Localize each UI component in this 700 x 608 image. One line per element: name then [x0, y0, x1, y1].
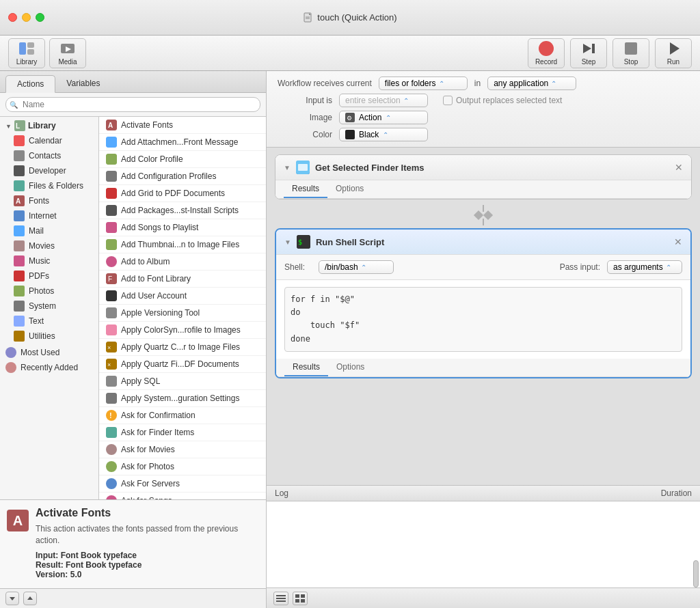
media-button[interactable]: Media [49, 38, 86, 68]
action-ask-photos[interactable]: Ask for Photos [99, 458, 266, 475]
input-is-select[interactable]: entire selection ⌃ [339, 94, 428, 107]
action-ask-servers[interactable]: Ask For Servers [99, 475, 266, 493]
run-button[interactable]: Run [655, 38, 692, 68]
get-finder-tab-results[interactable]: Results [284, 180, 327, 198]
apply-sql-icon [106, 376, 117, 387]
tab-variables[interactable]: Variables [55, 75, 111, 92]
action-add-packages[interactable]: Add Packages...st-Install Scripts [99, 202, 266, 219]
pass-input-select[interactable]: as arguments ⌃ [607, 260, 682, 274]
sidebar-item-movies[interactable]: Movies [0, 238, 98, 253]
add-thumbnail-icon [106, 239, 117, 250]
sidebar-item-developer[interactable]: Developer [0, 163, 98, 178]
shell-select[interactable]: /bin/bash ⌃ [319, 260, 394, 274]
stop-button[interactable]: Stop [612, 38, 649, 68]
add-songs-icon [106, 222, 117, 233]
get-finder-collapse-arrow[interactable]: ▼ [284, 164, 291, 171]
activate-fonts-list-icon: A [106, 120, 117, 130]
color-select-chevron: ⌃ [383, 131, 388, 139]
delete-action-button[interactable] [23, 592, 37, 605]
run-shell-title: Run Shell Script [316, 237, 669, 247]
add-action-button[interactable] [5, 592, 19, 605]
action-info-panel: A Activate Fonts This action activates t… [0, 499, 266, 588]
run-shell-close-button[interactable]: ✕ [674, 236, 682, 247]
action-add-attachment[interactable]: Add Attachmen...Front Message [99, 134, 266, 151]
image-select[interactable]: ⚙ Action ⌃ [339, 111, 428, 124]
action-apply-quartz-pdf[interactable]: × Apply Quartz Fi...DF Documents [99, 356, 266, 373]
svg-rect-81 [301, 594, 305, 598]
run-shell-tabs: Results Options [276, 359, 690, 377]
svg-rect-25 [14, 316, 25, 327]
svg-rect-14 [14, 165, 25, 176]
svg-rect-49 [106, 393, 117, 404]
get-finder-close-button[interactable]: ✕ [675, 162, 683, 173]
title-bar: touch (Quick Action) [0, 0, 700, 36]
library-header[interactable]: L Library [0, 118, 98, 133]
svg-rect-37 [106, 239, 117, 250]
toolbar: Library Media Record Step Stop [0, 36, 700, 71]
action-add-color[interactable]: Add Color Profile [99, 151, 266, 168]
action-add-font-lib[interactable]: F Add to Font Library [99, 271, 266, 288]
maximize-button[interactable] [36, 13, 44, 22]
svg-rect-53 [106, 444, 117, 455]
record-button[interactable]: Record [528, 38, 565, 68]
tab-actions[interactable]: Actions [5, 75, 55, 93]
action-add-user[interactable]: Add User Account [99, 288, 266, 305]
action-ask-songs[interactable]: Ask for Songs [99, 493, 266, 499]
action-ask-confirmation[interactable]: ! Ask for Confirmation [99, 407, 266, 424]
action-ask-finder[interactable]: Ask for Finder Items [99, 424, 266, 441]
action-apply-quartz-img[interactable]: × Apply Quartz C...r to Image Files [99, 339, 266, 356]
any-application-select[interactable]: any application ⌃ [487, 77, 576, 90]
output-replaces-checkbox[interactable] [443, 96, 453, 105]
workflow-header: Workflow receives current files or folde… [267, 71, 700, 148]
sidebar-item-pdfs[interactable]: PDFs [0, 268, 98, 284]
sidebar-item-mail[interactable]: Mail [0, 223, 98, 238]
sidebar-item-utilities[interactable]: Utilities [0, 329, 98, 344]
list-view-button[interactable] [273, 592, 288, 605]
code-editor[interactable]: for f in "$@" do touch "$f" done [284, 287, 682, 352]
svg-marker-70 [27, 596, 33, 600]
files-or-folders-select[interactable]: files or folders ⌃ [379, 77, 468, 90]
run-shell-card-icon: $ [297, 235, 310, 249]
color-select[interactable]: Black ⌃ [339, 128, 428, 141]
svg-text:!: ! [109, 411, 112, 419]
sidebar-item-text[interactable]: Text [0, 314, 98, 329]
action-add-grid[interactable]: Add Grid to PDF Documents [99, 185, 266, 202]
action-apple-versioning[interactable]: Apple Versioning Tool [99, 305, 266, 322]
close-button[interactable] [8, 13, 17, 22]
svg-rect-31 [106, 137, 117, 148]
get-finder-tab-options[interactable]: Options [327, 180, 372, 198]
sidebar-item-contacts[interactable]: Contacts [0, 148, 98, 163]
action-apply-system[interactable]: Apply System...guration Settings [99, 390, 266, 407]
sidebar-item-files[interactable]: Files & Folders [0, 178, 98, 193]
run-shell-collapse-arrow[interactable]: ▼ [284, 238, 291, 246]
minimize-button[interactable] [22, 13, 31, 22]
sidebar-item-calendar[interactable]: Calendar [0, 133, 98, 148]
scrollbar-thumb[interactable] [693, 560, 699, 588]
workflow-canvas: ▼ Get Selected Finder Items ✕ Results Op… [267, 148, 700, 485]
svg-rect-28 [5, 362, 16, 373]
action-add-thumbnail[interactable]: Add Thumbnai...n to Image Files [99, 236, 266, 253]
recentlyadded-icon [5, 362, 16, 373]
action-add-songs[interactable]: Add Songs to Playlist [99, 219, 266, 236]
search-input[interactable] [5, 97, 260, 112]
sidebar-item-mostused[interactable]: Most Used [0, 345, 98, 360]
sidebar-item-fonts[interactable]: A Fonts [0, 193, 98, 208]
ask-photos-icon [106, 461, 117, 472]
sidebar-item-internet[interactable]: Internet [0, 208, 98, 223]
sidebar-item-photos[interactable]: Photos [0, 284, 98, 299]
action-add-album[interactable]: Add to Album [99, 253, 266, 271]
action-activate-fonts[interactable]: A Activate Fonts [99, 117, 266, 134]
action-add-config[interactable]: Add Configuration Profiles [99, 168, 266, 185]
action-apply-colorsync[interactable]: Apply ColorSyn...rofile to Images [99, 322, 266, 339]
svg-rect-83 [301, 599, 305, 603]
step-button[interactable]: Step [570, 38, 607, 68]
grid-view-button[interactable] [293, 592, 308, 605]
run-shell-tab-options[interactable]: Options [328, 359, 373, 376]
library-button[interactable]: Library [8, 38, 45, 68]
sidebar-item-music[interactable]: Music [0, 253, 98, 268]
action-ask-movies[interactable]: Ask for Movies [99, 441, 266, 458]
run-shell-tab-results[interactable]: Results [284, 359, 328, 376]
action-apply-sql[interactable]: Apply SQL [99, 373, 266, 390]
sidebar-item-system[interactable]: System [0, 299, 98, 314]
sidebar-item-recentlyadded[interactable]: Recently Added [0, 360, 98, 375]
